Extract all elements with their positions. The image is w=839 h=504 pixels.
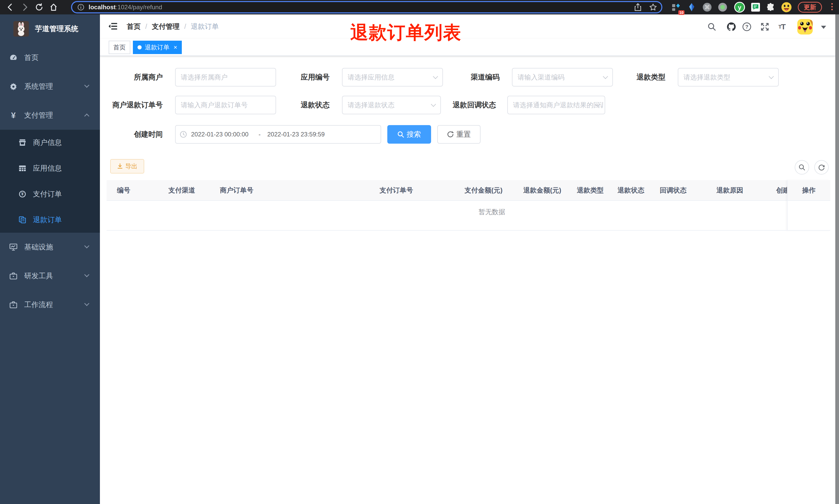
fullscreen-icon[interactable] xyxy=(760,22,769,31)
sidebar-item-pay-order[interactable]: ¥ 支付订单 xyxy=(0,181,100,207)
reload-icon[interactable] xyxy=(34,2,44,12)
placeholder-text: 请选择退款状态 xyxy=(347,101,429,110)
sidebar-item-refund-order[interactable]: 退款订单 xyxy=(0,207,100,233)
main-area: 首页 / 支付管理 / 退款订单 ? TT xyxy=(100,14,835,504)
back-icon[interactable] xyxy=(5,2,15,12)
svg-text:y: y xyxy=(738,4,742,11)
tag-home[interactable]: 首页 xyxy=(109,41,130,54)
chevron-down-icon xyxy=(603,74,608,79)
refresh-table-button[interactable] xyxy=(814,160,829,175)
extension-grid-diamond-icon[interactable]: 10 xyxy=(670,1,682,13)
sidebar-item-label: 商户信息 xyxy=(33,138,62,147)
placeholder-text: 请选择通知商户退款结果的回调状态 xyxy=(513,101,603,110)
chevron-down-icon xyxy=(84,243,89,248)
refresh-icon xyxy=(818,164,825,170)
breadcrumb-pay[interactable]: 支付管理 xyxy=(152,22,180,31)
tag-refund-order[interactable]: 退款订单 × xyxy=(133,41,182,54)
site-info-icon[interactable] xyxy=(77,4,85,11)
close-icon[interactable]: × xyxy=(174,44,177,51)
bookmark-star-icon[interactable] xyxy=(649,3,657,11)
sidebar-item-infra[interactable]: 基础设施 xyxy=(0,233,100,262)
sidebar-item-label: 应用信息 xyxy=(33,163,62,173)
breadcrumb-home[interactable]: 首页 xyxy=(127,22,141,31)
sidebar-item-pay[interactable]: ¥ 支付管理 xyxy=(0,101,100,130)
extension-record-icon[interactable] xyxy=(716,1,729,13)
forward-icon[interactable] xyxy=(20,2,30,12)
sidebar-item-dev-tools[interactable]: 研发工具 xyxy=(0,262,100,290)
tag-label: 首页 xyxy=(113,43,126,52)
placeholder-text: 请输入商户退款订单号 xyxy=(181,101,270,110)
sidebar-item-system[interactable]: 系统管理 xyxy=(0,72,100,101)
date-end-value[interactable]: 2022-01-23 23:59:59 xyxy=(267,131,328,138)
clock-icon xyxy=(180,131,187,138)
filter-app-select[interactable]: 请选择应用信息 xyxy=(342,68,443,87)
filter-notify-status-label: 退款回调状态 xyxy=(443,96,502,114)
extension-kite-icon[interactable] xyxy=(685,1,698,13)
chevron-down-icon xyxy=(84,301,89,306)
search-button[interactable]: 搜索 xyxy=(387,125,431,144)
user-avatar[interactable] xyxy=(797,19,813,35)
tag-label: 退款订单 xyxy=(145,43,169,52)
sidebar-item-app-info[interactable]: 应用信息 xyxy=(0,156,100,181)
reset-button[interactable]: 重置 xyxy=(437,125,481,144)
filter-channel-select[interactable]: 请输入渠道编码 xyxy=(512,68,613,87)
browser-update-button[interactable]: 更新 xyxy=(798,2,822,13)
search-button-label: 搜索 xyxy=(407,129,421,139)
extensions-puzzle-icon[interactable] xyxy=(765,1,777,13)
date-range-separator: - xyxy=(252,131,267,138)
url-path: :1024/pay/refund xyxy=(115,4,162,11)
chevron-down-icon xyxy=(84,272,89,277)
share-icon[interactable] xyxy=(634,3,642,11)
filter-type-select[interactable]: 请选择退款类型 xyxy=(678,68,779,87)
create-time-range-picker[interactable]: 2022-01-23 00:00:00 - 2022-01-23 23:59:5… xyxy=(175,125,381,144)
reset-button-label: 重置 xyxy=(456,129,471,139)
active-dot-icon xyxy=(138,45,142,50)
url-bar[interactable]: localhost:1024/pay/refund xyxy=(71,1,662,13)
filter-status-select[interactable]: 请选择退款状态 xyxy=(342,96,441,114)
filter-channel-label: 渠道编码 xyxy=(447,68,506,87)
sidebar-item-workflow[interactable]: 工作流程 xyxy=(0,290,100,319)
extension-chat-icon[interactable] xyxy=(749,1,762,13)
gear-icon xyxy=(9,83,18,91)
filter-create-time-label: 创建时间 xyxy=(110,125,169,144)
sidebar-item-merchant-info[interactable]: 商户信息 xyxy=(0,130,100,156)
sidebar-logo[interactable]: 芋道管理系统 xyxy=(0,14,100,43)
extension-command-icon[interactable]: ⌘ xyxy=(701,1,713,13)
page-scrollbar[interactable] xyxy=(835,14,839,504)
top-navbar: 首页 / 支付管理 / 退款订单 ? TT xyxy=(100,14,835,39)
sidebar-item-home[interactable]: 首页 xyxy=(0,43,100,72)
breadcrumb-separator: / xyxy=(145,23,147,31)
sidebar-item-label: 支付订单 xyxy=(33,189,62,199)
filter-status-label: 退款状态 xyxy=(278,96,336,114)
tags-view-bar: 首页 退款订单 × xyxy=(100,39,835,56)
browser-menu-icon[interactable] xyxy=(831,3,833,10)
show-search-toggle-button[interactable] xyxy=(795,160,809,175)
sidebar-item-label: 支付管理 xyxy=(24,110,53,120)
placeholder-text: 请选择所属商户 xyxy=(181,73,270,82)
caret-down-icon[interactable] xyxy=(821,26,826,29)
logo-rabbit-image xyxy=(13,21,29,37)
column-header: 退款原因 xyxy=(711,186,771,195)
filter-notify-status-select[interactable]: 请选择通知商户退款结果的回调状态 xyxy=(507,96,605,114)
date-start-value[interactable]: 2022-01-23 00:00:00 xyxy=(191,131,252,138)
column-header: 支付金额(元) xyxy=(460,186,518,195)
font-size-icon[interactable]: TT xyxy=(777,22,786,31)
sidebar-menu: 首页 系统管理 ¥ 支付管理 商户信息 xyxy=(0,43,100,319)
breadcrumb-current: 退款订单 xyxy=(191,22,219,31)
filter-merchant-refund-no-input[interactable]: 请输入商户退款订单号 xyxy=(175,96,276,114)
help-icon[interactable]: ? xyxy=(742,22,751,31)
document-copy-icon xyxy=(19,216,26,224)
search-icon xyxy=(397,131,404,138)
extension-y-icon[interactable]: y xyxy=(733,1,746,13)
search-icon[interactable] xyxy=(707,22,716,31)
export-button[interactable]: 导出 xyxy=(110,159,144,174)
extension-emoji-icon[interactable] xyxy=(780,1,793,13)
home-icon[interactable] xyxy=(49,2,59,12)
filter-merchant-input[interactable]: 请选择所属商户 xyxy=(175,68,276,87)
sidebar-fold-icon[interactable] xyxy=(108,22,118,31)
github-icon[interactable] xyxy=(727,22,736,31)
yen-icon: ¥ xyxy=(9,111,18,120)
refresh-icon xyxy=(447,131,454,138)
download-icon xyxy=(117,163,123,169)
monitor-chart-icon xyxy=(9,243,18,251)
